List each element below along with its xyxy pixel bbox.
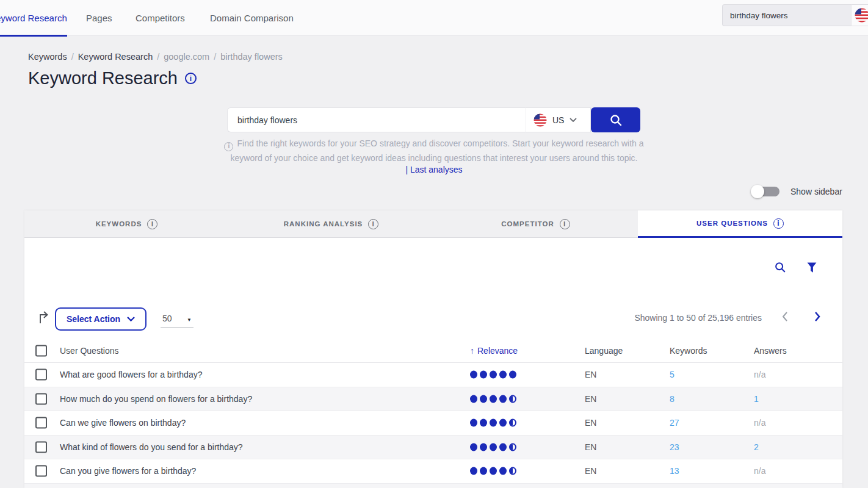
column-header-keywords[interactable]: Keywords [670,346,707,356]
language-value: EN [585,370,596,379]
page-size-value: 50 [162,314,172,323]
info-icon [224,142,233,151]
tab-info-icon[interactable] [368,219,378,229]
breadcrumb-domain[interactable]: google.com [164,52,209,62]
nav-item-pages[interactable]: Pages [86,0,112,36]
show-sidebar-label: Show sidebar [790,187,842,196]
column-header-language[interactable]: Language [585,346,623,356]
keywords-count-link[interactable]: 5 [670,370,675,379]
relevance-dot [470,467,477,475]
nav-item-label: Domain Comparison [210,13,294,23]
relevance-dots [470,371,516,379]
tab-user-questions[interactable]: USER QUESTIONS [638,210,842,238]
table-filter-icon[interactable] [807,262,817,276]
chevron-down-icon [127,317,135,321]
topbar-country-selector[interactable] [851,4,868,26]
search-icon [609,113,623,127]
tab-info-icon[interactable] [560,219,570,229]
language-value: EN [585,466,596,476]
user-question-text: Can we give flowers on birthday? [60,418,186,428]
keywords-count-link[interactable]: 23 [670,442,679,452]
answers-value[interactable]: 2 [754,442,759,452]
export-icon[interactable] [38,310,50,326]
search-button[interactable] [591,107,640,132]
breadcrumb-keywords[interactable]: Keywords [28,52,67,62]
entries-summary: Showing 1 to 50 of 25,196 entries [513,313,762,323]
title-info-icon[interactable] [185,73,197,84]
topbar-search-input[interactable] [722,4,851,26]
description-line-1: Find the right keywords for your SEO str… [237,138,643,148]
breadcrumb-separator: / [157,52,159,62]
relevance-dots [470,467,516,475]
pagination-prev-button[interactable] [782,312,788,324]
relevance-dot [509,419,516,427]
table-row-partial [24,484,842,488]
breadcrumb-separator: / [71,52,74,62]
select-action-button[interactable]: Select Action [55,307,146,331]
relevance-dot [509,395,516,403]
language-value: EN [585,442,596,452]
keywords-count-link[interactable]: 27 [670,418,679,428]
table-row: What kind of flowers do you send for a b… [24,436,842,460]
tab-label: COMPETITOR [501,220,554,228]
us-flag-icon [855,8,868,23]
relevance-dot [470,371,477,379]
search-description: Find the right keywords for your SEO str… [219,137,649,165]
show-sidebar-toggle[interactable] [753,187,779,196]
user-question-text: How much do you spend on flowers for a b… [60,394,252,404]
column-header-user-questions[interactable]: User Questions [60,346,118,356]
row-checkbox[interactable] [35,417,47,429]
table-header: User Questions Relevance Language Keywor… [24,339,842,363]
relevance-dots [470,419,516,427]
select-all-checkbox[interactable] [35,345,47,357]
page-size-select[interactable]: 50 [161,309,193,328]
tab-competitor[interactable]: COMPETITOR [433,210,638,238]
page-title: Keyword Research [28,68,197,88]
keyword-search-input[interactable] [227,107,526,132]
relevance-dot [480,443,487,451]
results-tabs: KEYWORDS RANKING ANALYSIS COMPETITOR USE… [24,210,842,238]
relevance-dot [499,467,507,475]
breadcrumb-current-keyword: birthday flowers [220,52,283,62]
top-navigation-bar: Keyword Research Pages Competitors Domai… [0,0,868,36]
caret-down-icon [187,314,192,323]
user-question-text: What kind of flowers do you send for a b… [60,442,243,452]
answers-value: n/a [754,370,765,379]
table-row: Can we give flowers on birthday? EN 27 n… [24,411,842,436]
column-header-relevance[interactable]: Relevance [470,346,518,356]
row-checkbox[interactable] [35,465,47,477]
tab-info-icon[interactable] [773,218,784,229]
column-header-answers[interactable]: Answers [754,346,787,356]
nav-item-domain-comparison[interactable]: Domain Comparison [210,0,294,36]
breadcrumb-separator: / [214,52,216,62]
tab-label: RANKING ANALYSIS [284,220,363,228]
tab-keywords[interactable]: KEYWORDS [24,210,229,238]
pagination-next-button[interactable] [814,312,820,324]
nav-item-competitors[interactable]: Competitors [136,0,185,36]
nav-item-keyword-research[interactable]: Keyword Research [0,0,67,36]
keyword-search-bar: US [227,107,640,132]
sort-ascending-icon [470,346,477,356]
keywords-count-link[interactable]: 8 [670,394,675,404]
breadcrumb-keyword-research[interactable]: Keyword Research [78,52,153,62]
tab-ranking-analysis[interactable]: RANKING ANALYSIS [229,210,433,238]
us-flag-icon [533,113,547,127]
table-search-icon[interactable] [774,261,786,276]
country-select[interactable]: US [526,107,591,132]
answers-value: n/a [754,418,765,428]
language-value: EN [585,418,596,428]
column-header-label: Relevance [477,346,518,356]
relevance-dots [470,395,516,403]
answers-value: n/a [754,466,765,476]
tab-info-icon[interactable] [147,219,157,229]
relevance-dot [499,443,507,451]
chevron-down-icon [570,118,577,122]
row-checkbox[interactable] [35,441,47,453]
answers-value[interactable]: 1 [754,394,759,404]
last-analyses-link[interactable]: | Last analyses [0,165,868,174]
relevance-dot [480,467,487,475]
row-checkbox[interactable] [35,393,47,404]
relevance-dot [490,419,497,427]
keywords-count-link[interactable]: 13 [670,466,679,476]
row-checkbox[interactable] [35,369,47,381]
